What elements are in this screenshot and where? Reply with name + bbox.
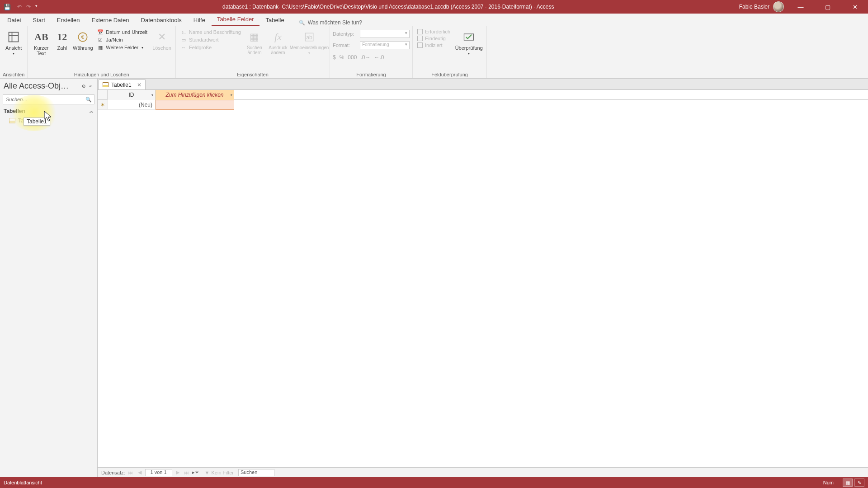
checkbox-icon [417,36,423,41]
close-tab-icon[interactable]: ✕ [137,82,142,88]
cell-id-new[interactable]: (Neu) [108,100,156,110]
navpane-dropdown-icon[interactable]: ⊙ [80,84,87,89]
svg-text:€: € [81,34,85,40]
tell-me-placeholder: Was möchten Sie tun? [308,19,362,26]
currency-icon: € [75,30,90,44]
tab-hilfe[interactable]: Hilfe [188,14,211,26]
chevron-down-icon: ▾ [13,52,14,56]
record-search-box[interactable]: Suchen [238,469,274,476]
tab-tabelle-felder[interactable]: Tabelle Felder [212,14,259,26]
currency-format-icon: $ [333,54,336,61]
tab-externe-daten[interactable]: Externe Daten [86,14,134,26]
column-dropdown-icon[interactable]: ▾ [230,93,232,97]
column-dropdown-icon[interactable]: ▾ [151,93,153,97]
ausdruck-aendern-button: fx Ausdruck ändern [266,28,290,57]
janein-button[interactable]: ☑Ja/Nein [97,37,147,43]
search-icon [299,19,305,26]
filter-icon: ▼ [205,470,210,475]
checkbox-icon [417,42,423,48]
checkbox-icon [417,29,423,34]
validation-icon [462,30,476,44]
navpane-search-input[interactable] [3,97,83,102]
undo-icon: ↶ [17,4,22,10]
memo-icon: ab [302,30,316,44]
nav-new-button[interactable]: ▸✶ [192,469,199,475]
format-combo: Formatierung [360,41,410,49]
window-title: database1 : Datenbank- C:\Users\Fabio\On… [38,4,739,10]
statusbar: Datenblattansicht Num ▦ ✎ [0,477,868,488]
doctab-tabelle1[interactable]: Tabelle1 ✕ [99,80,146,89]
ueberpruefung-button[interactable]: Überprüfung ▾ [454,28,484,57]
user-name: Fabio Basler [739,4,769,10]
lookup-icon: ▦ [247,30,262,44]
tab-datenbanktools[interactable]: Datenbanktools [136,14,187,26]
calendar-icon: 📅 [97,29,104,35]
user-info[interactable]: Fabio Basler [739,1,784,12]
record-position[interactable]: 1 von 1 [145,469,172,476]
indiziert-checkbox: Indiziert [417,42,450,48]
navpane-search[interactable]: 🔍 [3,94,94,104]
column-id[interactable]: ID▾ [108,90,156,100]
group-label-hinzufuegen: Hinzufügen und Löschen [74,71,129,77]
search-icon[interactable]: 🔍 [83,97,94,103]
avatar [773,1,784,12]
collapse-group-icon[interactable]: ︽ [90,108,94,114]
waehrung-button[interactable]: € Währung [72,28,94,52]
record-navigator: Datensatz: ⏮ ◀ 1 von 1 ▶ ⏭ ▸✶ ▼Kein Filt… [98,467,868,477]
kurzer-text-button[interactable]: AB Kurzer Text [30,28,52,58]
navpane-collapse-icon[interactable]: « [87,84,94,89]
datum-uhrzeit-button[interactable]: 📅Datum und Uhrzeit [97,29,147,35]
datentyp-combo [360,30,410,38]
svg-text:ab: ab [306,34,312,41]
row-selector-new[interactable]: ✶ [98,100,108,110]
group-label-ansichten: Ansichten [3,71,24,77]
navpane-title: Alle Access-Obj… [4,81,80,91]
decrease-decimals-icon: ←.0 [374,54,384,61]
tab-start[interactable]: Start [27,14,50,26]
erforderlich-checkbox: Erforderlich [417,29,450,34]
qat-dropdown-icon[interactable]: ▾ [35,4,38,10]
fx-icon: fx [271,30,285,44]
tab-erstellen[interactable]: Erstellen [52,14,85,26]
tab-tabelle[interactable]: Tabelle [260,14,290,26]
minimize-button[interactable]: — [790,0,811,14]
save-icon[interactable]: 💾 [4,4,11,10]
close-button[interactable]: ✕ [844,0,865,14]
memo-button: ab Memoeinstellungen ▾ [292,28,327,57]
ribbon-tabs: Datei Start Erstellen Externe Daten Date… [0,14,868,26]
maximize-button[interactable]: ▢ [817,0,838,14]
weitere-felder-button[interactable]: ▦Weitere Felder▾ [97,44,147,51]
delete-icon: ✕ [155,30,169,44]
tell-me-search[interactable]: Was möchten Sie tun? [299,19,362,26]
tag-icon: 🏷 [180,29,187,35]
select-all-corner[interactable] [98,90,108,99]
ansicht-button[interactable]: Ansicht ▾ [3,28,24,57]
tab-datei[interactable]: Datei [2,14,26,26]
thousands-format-icon: 000 [348,54,357,61]
zahl-button[interactable]: 12 Zahl [54,28,70,52]
default-icon: ▭ [180,37,187,43]
fields-icon: ▦ [97,44,104,51]
status-view-mode: Datenblattansicht [4,480,823,485]
number-icon: 12 [55,30,69,44]
redo-icon: ↷ [26,4,31,10]
increase-decimals-icon: .0→ [360,54,370,61]
view-datasheet-button[interactable]: ▦ [843,479,853,487]
nav-prev-button: ◀ [136,469,143,475]
eindeutig-checkbox: Eindeutig [417,36,450,41]
text-icon: AB [34,30,48,44]
ribbon: Ansicht ▾ Ansichten AB Kurzer Text 12 Za… [0,26,868,79]
navpane-header[interactable]: Alle Access-Obj… ⊙ « [0,79,97,94]
group-label-eigenschaften: Eigenschaften [237,71,269,77]
feldgroesse-button: ↔Feldgröße [180,44,241,51]
table-icon [9,118,15,123]
document-tabs: Tabelle1 ✕ [98,79,868,89]
titlebar: 💾 ↶ ↷ ▾ database1 : Datenbank- C:\Users\… [0,0,868,14]
loeschen-button: ✕ Löschen [151,28,173,52]
cell-add-active[interactable] [156,100,234,110]
nav-last-button: ⏭ [183,470,190,475]
view-design-button[interactable]: ✎ [854,479,864,487]
column-add-new[interactable]: Zum Hinzufügen klicken▾ [156,90,234,100]
view-icon [6,30,21,44]
datasheet-grid[interactable]: ID▾ Zum Hinzufügen klicken▾ ✶ (Neu) [98,89,868,467]
